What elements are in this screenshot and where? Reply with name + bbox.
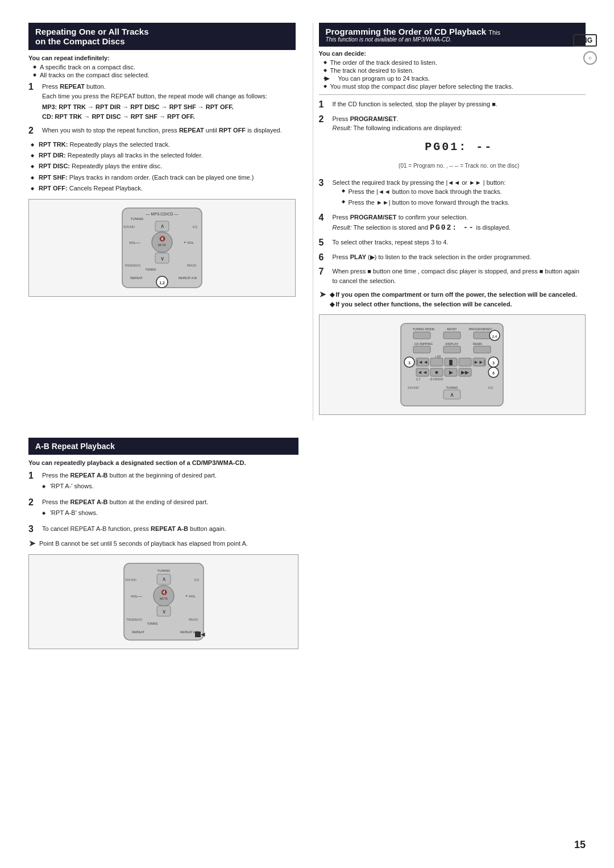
prog-warning2: ◆ If you select other functions, the sel…: [330, 300, 577, 309]
prog-step3-num: 3: [319, 178, 329, 188]
svg-text:MUTE: MUTE: [158, 243, 167, 247]
svg-text:TUNING: TUNING: [145, 268, 156, 271]
remote-svg-2: TUNING MODE MOIST PROGRAM/SET 2,4 CD RIP…: [389, 321, 515, 409]
svg-point-76: [154, 585, 174, 606]
prog-warning1: ◆ If you open the compartment or turn of…: [330, 290, 577, 300]
svg-text:1,7: 1,7: [416, 377, 421, 381]
repeat-title-line2: on the Compact Discs: [35, 36, 125, 46]
prog-warning-block: ➤ ◆ If you open the compartment or turn …: [319, 290, 586, 309]
repeat-section-header: Repeating One or All Tracks on the Compa…: [28, 23, 296, 50]
svg-rect-27: [413, 332, 430, 339]
rpt-dir: RPT DIR: Repeatedly plays all tracks in …: [31, 151, 296, 160]
svg-text:🔇: 🔇: [159, 235, 165, 242]
eng-text: ENG: [578, 36, 592, 44]
prog-step4-num: 4: [319, 213, 329, 223]
prog-title-sub: This function is not available of an MP3…: [326, 36, 579, 43]
repeat-bullets: A specific track on a compact disc. All …: [33, 64, 296, 78]
prog-bullet-4: You must stop the compact disc player be…: [323, 83, 586, 90]
ab-step2-num: 2: [28, 497, 39, 508]
prog-divider: [319, 94, 586, 95]
prog-step1: 1 If the CD function is selected, stop t…: [319, 99, 586, 110]
svg-text:SOUND: SOUND: [123, 225, 135, 229]
svg-point-9: [152, 232, 172, 252]
svg-text:TUNING: TUNING: [130, 217, 143, 221]
svg-text:∨: ∨: [161, 608, 165, 614]
prog-step7-num: 7: [319, 267, 329, 277]
rpt-trk: RPT TRK: Repeatedly plays the selected t…: [31, 140, 296, 149]
prog-step3-content: Select the required track by pressing th…: [333, 178, 586, 209]
svg-text:EQ: EQ: [194, 578, 200, 582]
ab-note-text: Point B cannot be set until 5 seconds of…: [39, 539, 248, 549]
repeat-step1-mp3: MP3: RPT TRK → RPT DIR → RPT DISC → RPT …: [42, 102, 296, 112]
svg-text:SOUND: SOUND: [125, 578, 136, 582]
svg-text:—: —: [136, 240, 140, 245]
ab-note: ➤ Point B cannot be set until 5 seconds …: [28, 539, 298, 549]
repeat-step2-num: 2: [28, 126, 39, 136]
svg-rect-46: [459, 358, 471, 366]
repeat-step2-content: When you wish to stop the repeat functio…: [42, 126, 296, 135]
svg-text:VOL: VOL: [188, 595, 196, 598]
prog-bullet-3: ➤ You can program up to 24 tracks.: [323, 75, 586, 82]
prog-step4-display: PG02: --: [430, 223, 474, 232]
repeat-step1: 1 Press REPEAT button. Each time you pre…: [28, 82, 296, 121]
svg-text:►►|: ►►|: [474, 359, 485, 365]
prog-step3-bullets: Press the |◄◄ button to move back throug…: [342, 187, 586, 207]
ab-intro: You can repeatedly playback a designated…: [28, 459, 298, 466]
left-column: Repeating One or All Tracks on the Compa…: [28, 23, 296, 421]
prog-sub-header: You can decide:: [319, 50, 586, 57]
prog-step5-content: To select other tracks, repeat steps 3 t…: [333, 238, 586, 247]
prog-step5: 5 To select other tracks, repeat steps 3…: [319, 238, 586, 248]
warning-arrow: ➤: [319, 289, 326, 300]
bottom-row: A-B Repeat Playback You can repeatedly p…: [28, 438, 586, 654]
svg-text:-3-CD/CD: -3-CD/CD: [429, 377, 443, 381]
prog-step6-num: 6: [319, 252, 329, 263]
prog-bullets: The order of the track desired to listen…: [323, 59, 586, 90]
repeat-title-line1: Repeating One or All Tracks: [35, 27, 149, 36]
prog-step2-num: 2: [319, 114, 329, 124]
page-layout: ENG ○ Repeating One or All Tracks on the…: [28, 23, 586, 655]
repeat-step1-text: Press REPEAT button.: [42, 82, 296, 92]
prog-step7-content: When press ■ button one time , compact d…: [333, 267, 586, 285]
svg-rect-43: [430, 358, 443, 366]
ab-step1-num: 1: [28, 471, 39, 481]
svg-text:PROGRAM/SET: PROGRAM/SET: [469, 327, 492, 331]
svg-text:∧: ∧: [450, 391, 454, 398]
prog-step1-num: 1: [319, 99, 329, 110]
svg-text:MOIST: MOIST: [447, 327, 458, 331]
ab-step3: 3 To cancel REPEAT A-B function, press R…: [28, 524, 298, 534]
svg-text:— MP3-CD/CD —: — MP3-CD/CD —: [146, 212, 178, 216]
svg-text:+: +: [183, 240, 186, 245]
svg-text:TUNING: TUNING: [157, 569, 170, 572]
prog-step2: 2 Press PROGRAM/SET. Result: The followi…: [319, 114, 586, 173]
repeat-step1-num: 1: [28, 82, 39, 92]
svg-text:3: 3: [408, 361, 410, 365]
svg-rect-29: [474, 332, 491, 339]
svg-text:VOL: VOL: [187, 241, 194, 244]
svg-rect-37: [474, 346, 491, 353]
remote-svg-1: — MP3-CD/CD — TUNING SOUND EQ ∧ VOL — 🔇 …: [105, 205, 219, 290]
repeat-sub-header: You can repeat indefinitely:: [28, 55, 296, 61]
svg-text:|◄◄: |◄◄: [417, 359, 428, 365]
prog-step3-bullet2: Press the ►►| button to move forward thr…: [342, 198, 586, 207]
rpt-shf: RPT SHF: Plays tracks in random order. (…: [31, 173, 296, 182]
svg-text:DISPLAY: DISPLAY: [446, 342, 459, 346]
svg-text:REMA: REMA: [473, 342, 482, 346]
ab-title: A-B Repeat Playback: [35, 442, 115, 451]
ab-step2-content: Press the REPEAT A-B button at the endin…: [42, 497, 298, 520]
ab-repeat-right: [316, 438, 586, 654]
prog-step6: 6 Press PLAY (▶) to listen to the track …: [319, 252, 586, 263]
svg-rect-36: [443, 346, 460, 353]
svg-text:VOL: VOL: [130, 595, 138, 598]
rpt-disc: RPT DISC: Repeatedly plays the entire di…: [31, 162, 296, 171]
svg-text:MUTE: MUTE: [159, 597, 168, 600]
prog-step5-num: 5: [319, 238, 329, 248]
prog-step7: 7 When press ■ button one time , compact…: [319, 267, 586, 285]
svg-text:+: +: [185, 593, 188, 599]
top-row: Repeating One or All Tracks on the Compa…: [28, 23, 586, 421]
ab-step1-bullet: 'RPT A-' shows.: [42, 482, 298, 491]
svg-text:▐▌: ▐▌: [448, 359, 454, 366]
svg-text:◄◄: ◄◄: [417, 369, 428, 375]
prog-step6-content: Press PLAY (▶) to listen to the track se…: [333, 252, 586, 262]
svg-text:∧: ∧: [160, 223, 164, 229]
svg-text:∨: ∨: [160, 255, 164, 261]
